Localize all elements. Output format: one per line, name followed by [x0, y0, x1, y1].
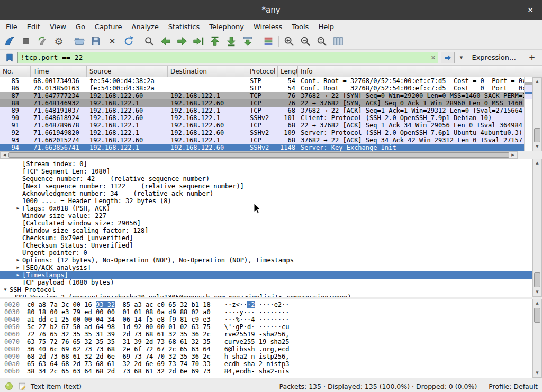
detail-line[interactable]: SSH Version 2 (encryption:chacha20-poly1… [0, 294, 532, 297]
detail-line-selected[interactable]: ▶[Timestamps] [0, 271, 532, 279]
menu-capture[interactable]: Capture [90, 21, 127, 32]
packet-row[interactable]: 8871.648146932192.168.122.1192.168.122.6… [0, 99, 524, 107]
zoom-in-button[interactable] [283, 35, 295, 48]
column-header-protocol[interactable]: Protocol [247, 66, 278, 77]
detail-line[interactable]: Sequence number: 42 (relative sequence n… [0, 175, 532, 183]
packet-row[interactable]: 9171.648789678192.168.122.1192.168.122.6… [0, 122, 524, 129]
hex-row[interactable]: 00b038 34 2c 65 63 64 68 2d 73 68 61 32 … [4, 368, 532, 375]
menu-file[interactable]: File [1, 21, 22, 32]
packet-row[interactable]: 9371.662015274192.168.122.60192.168.122.… [0, 136, 524, 144]
apply-filter-button[interactable] [441, 52, 455, 63]
menu-go[interactable]: Go [71, 21, 90, 32]
menu-tools[interactable]: Tools [287, 21, 313, 32]
menu-edit[interactable]: Edit [22, 21, 45, 32]
detail-line[interactable]: [Checksum Status: Unverified] [0, 242, 532, 249]
expression-button[interactable]: Expression… [467, 53, 520, 61]
add-filter-button[interactable]: + [526, 52, 538, 63]
hex-vscrollbar[interactable]: ▲ ▼ [532, 299, 542, 378]
expander-icon[interactable]: ▶ [14, 257, 22, 264]
find-packet-button[interactable] [143, 35, 156, 48]
scroll-down-button[interactable]: ▼ [533, 370, 541, 377]
expander-icon[interactable]: ▶ [14, 271, 22, 279]
filter-history-dropdown[interactable]: ▾ [457, 54, 465, 61]
reload-file-button[interactable] [122, 35, 135, 48]
colorize-packets-button[interactable] [262, 35, 275, 48]
restart-capture-button[interactable] [36, 35, 49, 48]
expander-icon[interactable]: ▼ [1, 286, 10, 294]
detail-line[interactable]: [Next sequence number: 1122 (relative se… [0, 183, 532, 190]
save-file-button[interactable] [89, 35, 102, 48]
capture-options-button[interactable]: ⚙ [52, 35, 65, 48]
hex-row[interactable]: 003080 18 00 e3 79 ed 00 00 01 01 08 0a … [4, 308, 532, 316]
detail-line[interactable]: [Stream index: 0] [0, 160, 532, 168]
detail-line[interactable]: [TCP Segment Len: 1080] [0, 168, 532, 175]
detail-line[interactable]: Urgent pointer: 0 [0, 249, 532, 257]
detail-line[interactable]: ▶[SEQ/ACK analysis] [0, 264, 532, 271]
detail-line[interactable]: ▼SSH Protocol [0, 286, 532, 294]
detail-line[interactable]: 1000 .... = Header Length: 32 bytes (8) [0, 197, 532, 205]
close-file-button[interactable]: ✕ [106, 35, 119, 48]
go-forward-button[interactable] [176, 35, 188, 48]
display-filter-input[interactable] [18, 53, 428, 62]
packet-row[interactable]: 9071.648618924192.168.122.60192.168.122.… [0, 114, 524, 122]
scroll-up-button[interactable]: ▲ [533, 78, 541, 85]
go-back-button[interactable] [159, 35, 172, 48]
column-header-source[interactable]: Source [87, 66, 168, 77]
menu-telephony[interactable]: Telephony [204, 21, 249, 32]
column-header-info[interactable]: Info [298, 66, 542, 77]
column-header-time[interactable]: Time [31, 66, 87, 77]
packet-list-vscrollbar[interactable]: ▲ ▼ [532, 77, 542, 151]
column-header-destination[interactable]: Destination [168, 66, 247, 77]
scrollbar-thumb[interactable] [534, 128, 540, 142]
close-window-button[interactable]: ✕ [523, 0, 538, 20]
scroll-up-button[interactable]: ▲ [533, 160, 541, 167]
hex-row[interactable]: 00a065 63 64 68 2d 73 68 61 32 2d 6e 69 … [4, 360, 532, 368]
scroll-down-button[interactable]: ▼ [533, 289, 541, 296]
zoom-out-button[interactable] [299, 35, 312, 48]
scrollbar-thumb[interactable] [534, 308, 540, 323]
start-capture-button[interactable] [3, 35, 16, 48]
auto-scroll-button[interactable] [241, 35, 254, 48]
packet-row[interactable]: 9271.661949820192.168.122.1192.168.122.6… [0, 129, 524, 136]
packet-minimap[interactable] [524, 77, 532, 151]
resize-columns-button[interactable] [332, 35, 345, 48]
detail-line[interactable]: [Calculated window size: 29056] [0, 220, 532, 227]
capture-comment-button[interactable] [17, 381, 27, 391]
go-last-packet-button[interactable] [225, 35, 238, 48]
packet-row[interactable]: 8568.001734936fe:54:00:d4:38:2aSTP54Conf… [0, 77, 524, 85]
detail-line[interactable]: TCP payload (1080 bytes) [0, 279, 532, 286]
go-first-packet-button[interactable] [209, 35, 221, 48]
open-file-button[interactable] [73, 35, 86, 48]
scroll-down-button[interactable]: ▼ [533, 143, 541, 150]
menu-statistics[interactable]: Statistics [164, 21, 204, 32]
menu-help[interactable]: Help [313, 21, 339, 32]
filter-bookmark-button[interactable] [4, 52, 15, 63]
detail-line[interactable]: Checksum: 0x79ed [unverified] [0, 234, 532, 242]
scrollbar-thumb[interactable] [8, 152, 509, 158]
scroll-up-button[interactable]: ▲ [533, 300, 541, 307]
clear-filter-icon[interactable]: ✕ [428, 54, 438, 61]
expander-icon[interactable]: ▶ [14, 264, 22, 271]
packet-row[interactable]: 8670.013850163fe:54:00:d4:38:2aSTP54Conf… [0, 85, 524, 92]
hex-row[interactable]: 0020c0 a8 7a 3c 00 16 93 32 85 a3 ac c0 … [4, 301, 532, 308]
detail-line[interactable]: [Window size scaling factor: 128] [0, 227, 532, 234]
scroll-left-button[interactable]: ◀ [1, 152, 8, 158]
hex-row[interactable]: 007063 75 72 76 65 32 35 35 31 39 2d 73 … [4, 338, 532, 345]
hex-row[interactable]: 006072 76 65 32 35 35 31 39 2d 73 68 61 … [4, 331, 532, 338]
expert-info-button[interactable] [4, 381, 14, 391]
scrollbar-thumb[interactable] [534, 272, 540, 287]
packet-list-hscrollbar[interactable]: ◀ ▶ [0, 151, 518, 159]
zoom-original-button[interactable] [315, 35, 328, 48]
detail-line[interactable]: Acknowledgment number: 34 (relative ack … [0, 190, 532, 197]
menu-view[interactable]: View [45, 21, 71, 32]
packet-row[interactable]: 8971.648191037192.168.122.60192.168.122.… [0, 107, 524, 114]
hex-row[interactable]: 009068 2d 73 68 61 32 2d 6e 69 73 74 70 … [4, 353, 532, 360]
go-to-packet-button[interactable] [192, 35, 205, 48]
detail-line[interactable]: Window size value: 227 [0, 212, 532, 220]
detail-line[interactable]: ▶Flags: 0x018 (PSH, ACK) [0, 205, 532, 212]
packet-row[interactable]: 8771.647777234192.168.122.60192.168.122.… [0, 92, 524, 99]
column-header-length[interactable]: Length [278, 66, 298, 77]
scroll-right-button[interactable]: ▶ [509, 152, 517, 158]
column-header-no[interactable]: No. [0, 66, 31, 77]
status-profile[interactable]: Profile: Default [489, 382, 538, 390]
